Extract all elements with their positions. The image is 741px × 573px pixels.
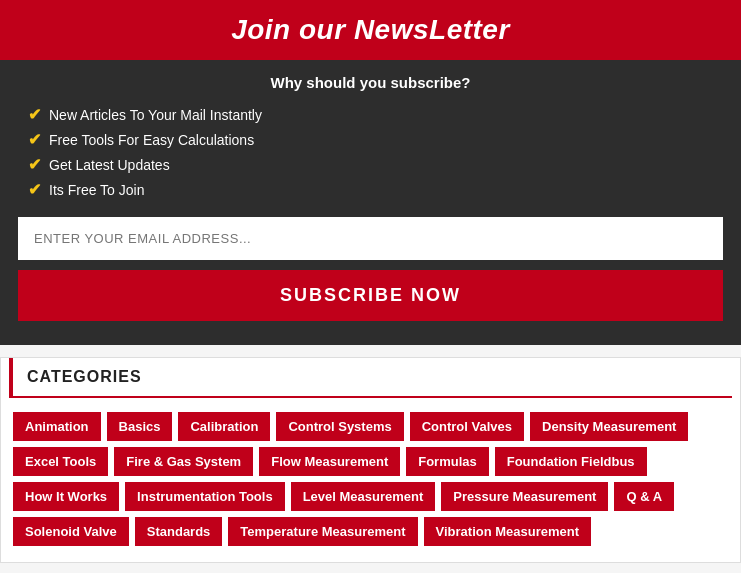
category-tag[interactable]: Excel Tools bbox=[13, 447, 108, 476]
checkmark-icon: ✔ bbox=[28, 155, 41, 174]
category-tag[interactable]: Density Measurement bbox=[530, 412, 688, 441]
categories-section: CATEGORIES AnimationBasicsCalibrationCon… bbox=[0, 357, 741, 563]
category-tag[interactable]: Formulas bbox=[406, 447, 489, 476]
category-tag[interactable]: Level Measurement bbox=[291, 482, 436, 511]
newsletter-section: Join our NewsLetter Why should you subsc… bbox=[0, 0, 741, 345]
categories-tags: AnimationBasicsCalibrationControl System… bbox=[9, 412, 732, 546]
category-tag[interactable]: Q & A bbox=[614, 482, 674, 511]
benefit-text: Its Free To Join bbox=[49, 182, 144, 198]
checkmark-icon: ✔ bbox=[28, 105, 41, 124]
category-tag[interactable]: Solenoid Valve bbox=[13, 517, 129, 546]
newsletter-subtitle: Why should you subscribe? bbox=[0, 74, 741, 91]
subscribe-button[interactable]: SUBSCRIBE NOW bbox=[18, 270, 723, 321]
benefit-text: Get Latest Updates bbox=[49, 157, 170, 173]
category-tag[interactable]: Foundation Fieldbus bbox=[495, 447, 647, 476]
benefit-item: ✔ New Articles To Your Mail Instantly bbox=[28, 105, 713, 124]
benefit-text: Free Tools For Easy Calculations bbox=[49, 132, 254, 148]
category-tag[interactable]: How It Works bbox=[13, 482, 119, 511]
benefit-text: New Articles To Your Mail Instantly bbox=[49, 107, 262, 123]
category-tag[interactable]: Animation bbox=[13, 412, 101, 441]
category-tag[interactable]: Calibration bbox=[178, 412, 270, 441]
category-tag[interactable]: Standards bbox=[135, 517, 223, 546]
benefit-item: ✔ Free Tools For Easy Calculations bbox=[28, 130, 713, 149]
category-tag[interactable]: Control Valves bbox=[410, 412, 524, 441]
newsletter-form: SUBSCRIBE NOW bbox=[0, 217, 741, 321]
checkmark-icon: ✔ bbox=[28, 130, 41, 149]
category-tag[interactable]: Flow Measurement bbox=[259, 447, 400, 476]
newsletter-benefits: ✔ New Articles To Your Mail Instantly ✔ … bbox=[0, 105, 741, 199]
category-tag[interactable]: Fire & Gas System bbox=[114, 447, 253, 476]
categories-header: CATEGORIES bbox=[9, 358, 732, 398]
category-tag[interactable]: Basics bbox=[107, 412, 173, 441]
email-input[interactable] bbox=[18, 217, 723, 260]
category-tag[interactable]: Instrumentation Tools bbox=[125, 482, 285, 511]
benefit-item: ✔ Get Latest Updates bbox=[28, 155, 713, 174]
categories-title: CATEGORIES bbox=[27, 368, 718, 386]
checkmark-icon: ✔ bbox=[28, 180, 41, 199]
category-tag[interactable]: Vibration Measurement bbox=[424, 517, 592, 546]
benefit-item: ✔ Its Free To Join bbox=[28, 180, 713, 199]
category-tag[interactable]: Temperature Measurement bbox=[228, 517, 417, 546]
newsletter-title: Join our NewsLetter bbox=[10, 14, 731, 46]
category-tag[interactable]: Control Systems bbox=[276, 412, 403, 441]
newsletter-header: Join our NewsLetter bbox=[0, 0, 741, 60]
category-tag[interactable]: Pressure Measurement bbox=[441, 482, 608, 511]
